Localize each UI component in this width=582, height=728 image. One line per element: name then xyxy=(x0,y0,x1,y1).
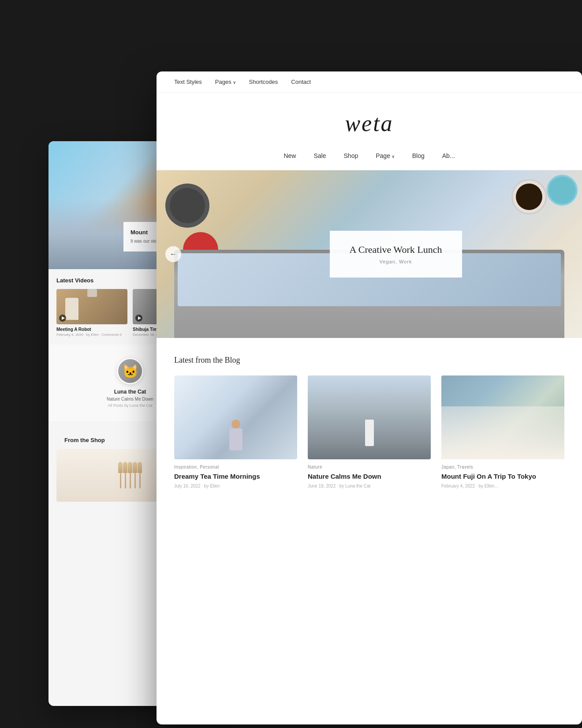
blog-title-1[interactable]: Dreamy Tea Time Mornings xyxy=(174,472,297,481)
blog-title-3[interactable]: Mount Fuji On A Trip To Tokyo xyxy=(441,472,564,481)
video-title-1: Meeting A Robot xyxy=(56,327,127,332)
blog-meta-1: July 16, 2022 · by Ellen xyxy=(174,484,297,488)
wheat-stalk-5 xyxy=(139,462,141,488)
front-card: Text Styles Pages Shortcodes Contact wet… xyxy=(157,71,582,724)
blog-grid: Inspiration, Personal Dreamy Tea Time Mo… xyxy=(174,375,564,488)
nav-item-shortcodes[interactable]: Shortcodes xyxy=(249,79,278,85)
main-nav-page[interactable]: Page xyxy=(376,152,394,159)
main-nav-new[interactable]: New xyxy=(284,152,296,159)
hero-post-title: A Creative Work Lunch xyxy=(347,244,444,255)
play-button-2[interactable] xyxy=(135,315,142,322)
robot-head xyxy=(87,289,97,297)
building-rows xyxy=(441,406,564,459)
avatar: 🐱 xyxy=(117,358,143,384)
wheat-stalk-3 xyxy=(130,462,131,488)
person-body-1 xyxy=(229,428,242,450)
video-meta-1: February 6, 2020 · by Ellen · Comments 0 xyxy=(56,333,127,337)
play-button-1[interactable] xyxy=(59,315,66,322)
nav-item-contact[interactable]: Contact xyxy=(291,79,311,85)
hero-teal-cup xyxy=(547,175,578,206)
blog-image-1 xyxy=(174,375,297,459)
robot-figure xyxy=(65,298,78,320)
wheat-stalk-4 xyxy=(134,462,136,488)
cat-icon: 🐱 xyxy=(122,364,138,379)
chevron-left-icon: ← xyxy=(170,250,177,258)
hero-post-categories: Vegan, Work xyxy=(347,259,444,264)
blog-categories-3: Japan, Travels xyxy=(441,465,564,469)
blog-image-3 xyxy=(441,375,564,459)
main-nav-blog[interactable]: Blog xyxy=(412,152,425,159)
hero-text-box: A Creative Work Lunch Vegan, Work xyxy=(330,231,462,278)
person-figure-1 xyxy=(229,428,242,450)
hero-coffee-cup xyxy=(511,179,547,214)
wheat-stalk-2 xyxy=(125,462,126,488)
hero-prev-button[interactable]: ← xyxy=(165,246,181,262)
blog-card-2[interactable]: Nature Nature Calms Me Down June 19, 202… xyxy=(308,375,431,488)
blog-categories-1: Inspiration, Personal xyxy=(174,465,297,469)
nav-item-pages[interactable]: Pages xyxy=(215,79,236,85)
list-item[interactable]: Meeting A Robot February 6, 2020 · by El… xyxy=(56,289,127,337)
blog-image-2 xyxy=(308,375,431,459)
wheat-stalk-1 xyxy=(120,462,121,488)
blog-title-2[interactable]: Nature Calms Me Down xyxy=(308,472,431,481)
main-nav-about[interactable]: Ab... xyxy=(442,152,455,159)
blog-meta-2: June 19, 2022 · by Luna the Cat xyxy=(308,484,431,488)
hero-coffee-inner xyxy=(516,184,542,210)
blog-card-1[interactable]: Inspiration, Personal Dreamy Tea Time Mo… xyxy=(174,375,297,488)
video-thumbnail-1[interactable] xyxy=(56,289,127,324)
blog-section-title: Latest from the Blog xyxy=(174,356,564,365)
logo-area: weta xyxy=(157,93,582,145)
blog-meta-3: February 4, 2022 · by Ellen... xyxy=(441,484,564,488)
top-navigation: Text Styles Pages Shortcodes Contact xyxy=(157,71,582,93)
blog-card-3[interactable]: Japan, Travels Mount Fuji On A Trip To T… xyxy=(441,375,564,488)
hero-plate xyxy=(165,184,209,228)
person-figure-2 xyxy=(365,420,374,446)
main-nav-sale[interactable]: Sale xyxy=(313,152,326,159)
blog-section: Latest from the Blog Inspiration, Person… xyxy=(157,338,582,502)
person-head-1 xyxy=(231,420,240,428)
hero-section: ← A Creative Work Lunch Vegan, Work xyxy=(157,170,582,338)
main-navigation: New Sale Shop Page Blog Ab... xyxy=(157,145,582,170)
hero-plate-inner xyxy=(170,188,205,223)
main-nav-shop[interactable]: Shop xyxy=(344,152,358,159)
site-logo[interactable]: weta xyxy=(345,110,393,136)
blog-categories-2: Nature xyxy=(308,465,431,469)
sidebar-item-text-styles[interactable]: Text Styles xyxy=(174,79,202,85)
